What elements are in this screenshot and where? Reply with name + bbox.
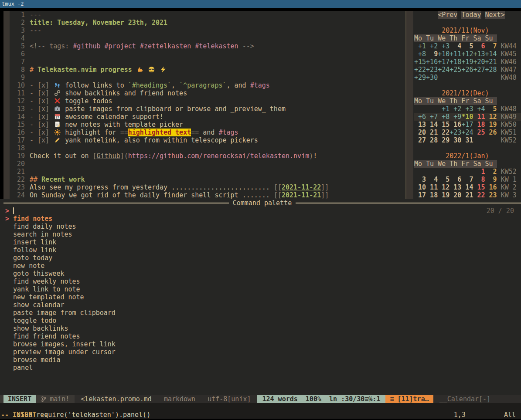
calendar-day[interactable]: *10 bbox=[461, 113, 473, 121]
command-line[interactable]: :lua require('telekasten').panel() bbox=[0, 403, 521, 411]
editor-line[interactable]: 6 bbox=[10, 50, 405, 58]
calendar-day[interactable]: 16 bbox=[485, 183, 497, 191]
palette-item[interactable]: browse images, insert link bbox=[0, 340, 521, 348]
editor-line[interactable]: 11- [x] show backlinks and friend notes bbox=[10, 89, 405, 97]
calendar-day[interactable]: 6 bbox=[449, 176, 461, 183]
editor-line[interactable]: 4 bbox=[10, 34, 405, 42]
calendar-day[interactable]: 26 bbox=[485, 129, 497, 136]
editor-line[interactable]: 3--- bbox=[10, 27, 405, 34]
calendar-day[interactable]: 21 bbox=[426, 129, 438, 136]
calendar-day[interactable]: +20 bbox=[473, 58, 485, 66]
editor-line[interactable]: 22## Recent work bbox=[10, 176, 405, 183]
calendar-day[interactable]: 10 bbox=[414, 183, 426, 191]
calendar-day[interactable]: 25 bbox=[473, 129, 485, 136]
palette-item[interactable]: toggle todo bbox=[0, 317, 521, 325]
calendar-day[interactable]: 15 bbox=[438, 121, 449, 129]
palette-item[interactable]: new templated note bbox=[0, 293, 521, 301]
palette-item[interactable]: preview image under cursor bbox=[0, 348, 521, 356]
calendar-day[interactable]: +13 bbox=[473, 50, 485, 58]
calendar-day[interactable]: 27 bbox=[414, 136, 426, 144]
calendar-day[interactable]: +8 bbox=[414, 50, 426, 58]
calendar-day[interactable]: 1 bbox=[473, 168, 485, 176]
palette-prompt[interactable]: > 20 / 20 bbox=[0, 207, 521, 215]
calendar-day[interactable]: +4 bbox=[473, 105, 485, 113]
calendar-day[interactable]: +12 bbox=[461, 50, 473, 58]
editor-line[interactable]: 17- [x] yank notelink, also from within … bbox=[10, 136, 405, 144]
calendar-day[interactable]: 30 bbox=[449, 136, 461, 144]
calendar-day[interactable]: 23 bbox=[485, 191, 497, 199]
calendar-day[interactable]: 7 bbox=[461, 176, 473, 183]
editor-line[interactable]: 14- [x] 17 awesome calendar support! bbox=[10, 113, 405, 121]
calendar-day[interactable]: 18 bbox=[426, 191, 438, 199]
calendar-day[interactable]: +9 bbox=[449, 113, 461, 121]
calendar-day[interactable]: 5 bbox=[438, 176, 449, 183]
calendar-day[interactable]: 13 bbox=[449, 183, 461, 191]
calendar-day[interactable]: 12 bbox=[485, 113, 497, 121]
palette-item[interactable]: find weekly notes bbox=[0, 278, 521, 285]
calendar-day[interactable]: 28 bbox=[426, 136, 438, 144]
calendar-day[interactable]: 5 bbox=[461, 42, 473, 50]
editor-line[interactable]: 24On Sunday we got rid of the daily find… bbox=[10, 191, 405, 199]
calendar-day[interactable]: +2 bbox=[426, 42, 438, 50]
calendar-day[interactable]: 3 bbox=[414, 176, 426, 183]
editor-line[interactable]: 23Also see my progress from yesterday ..… bbox=[10, 183, 405, 191]
editor-line[interactable]: 12- [x] toggle todos bbox=[10, 97, 405, 105]
calendar-day[interactable]: +15 bbox=[414, 58, 426, 66]
calendar-nav-next-button[interactable]: Next> bbox=[485, 11, 505, 19]
calendar-day[interactable]: 18 bbox=[473, 121, 485, 129]
calendar-day[interactable]: +27 bbox=[473, 66, 485, 74]
palette-item[interactable]: find friend notes bbox=[0, 332, 521, 340]
calendar-day[interactable]: 16 bbox=[449, 121, 461, 129]
calendar-day[interactable]: 20 bbox=[449, 191, 461, 199]
calendar-day[interactable]: 4 bbox=[426, 176, 438, 183]
calendar-day[interactable]: 6 bbox=[473, 42, 485, 50]
calendar-day[interactable]: 31 bbox=[461, 136, 473, 144]
calendar-day[interactable]: 19 bbox=[438, 191, 449, 199]
calendar-day[interactable]: 4 bbox=[449, 42, 461, 50]
editor-line[interactable]: 1--- bbox=[10, 11, 405, 19]
editor-pane[interactable]: 1---2title: Tuesday, November 23th, 2021… bbox=[3, 11, 405, 199]
calendar-day[interactable]: +16 bbox=[426, 58, 438, 66]
palette-item[interactable]: show calendar bbox=[0, 301, 521, 309]
calendar-day[interactable]: 22 bbox=[473, 191, 485, 199]
calendar-day[interactable]: +14 bbox=[485, 50, 497, 58]
calendar-day[interactable]: +1 bbox=[414, 42, 426, 50]
calendar-day[interactable]: 11 bbox=[473, 113, 485, 121]
editor-line[interactable]: 8# Telekasten.nvim progress bbox=[10, 66, 405, 74]
editor-line[interactable]: 9 bbox=[10, 74, 405, 81]
calendar-day[interactable]: +3 bbox=[438, 42, 449, 50]
editor-line[interactable]: 13- [x] paste images from clipboard or b… bbox=[10, 105, 405, 113]
calendar-day[interactable]: 15 bbox=[473, 183, 485, 191]
palette-item[interactable]: follow link bbox=[0, 246, 521, 254]
calendar-day[interactable]: +25 bbox=[449, 66, 461, 74]
calendar-day[interactable]: +23 bbox=[426, 66, 438, 74]
calendar-day[interactable]: 11 bbox=[426, 183, 438, 191]
editor-line[interactable]: 7 bbox=[10, 58, 405, 66]
calendar-day[interactable]: +23 bbox=[449, 129, 461, 136]
calendar-day[interactable]: 20 bbox=[414, 129, 426, 136]
palette-item[interactable]: search in notes bbox=[0, 230, 521, 238]
calendar-day[interactable]: 13 bbox=[414, 121, 426, 129]
calendar-day[interactable]: 22 bbox=[438, 129, 449, 136]
calendar-day[interactable]: +1 bbox=[438, 105, 449, 113]
calendar-day[interactable]: +8 bbox=[438, 113, 449, 121]
calendar-day[interactable]: +18 bbox=[449, 58, 461, 66]
editor-line[interactable]: 2title: Tuesday, November 23th, 2021 bbox=[10, 19, 405, 27]
calendar-day[interactable]: 9 bbox=[485, 176, 497, 183]
calendar-nav-prev-button[interactable]: <Prev bbox=[438, 11, 457, 19]
calendar-day[interactable]: +17 bbox=[438, 58, 449, 66]
calendar-day[interactable]: +30 bbox=[426, 74, 438, 81]
palette-item[interactable]: find daily notes bbox=[0, 223, 521, 230]
editor-line[interactable]: 16- [x] highlight for ==highlighted text… bbox=[10, 129, 405, 136]
palette-item[interactable]: insert link bbox=[0, 238, 521, 246]
calendar-day[interactable]: +26 bbox=[461, 66, 473, 74]
calendar-day[interactable]: +19 bbox=[461, 58, 473, 66]
palette-item[interactable]: show backlinks bbox=[0, 325, 521, 332]
palette-item[interactable]: goto thisweek bbox=[0, 270, 521, 278]
palette-item-selected[interactable]: > find notes bbox=[0, 215, 521, 223]
calendar-day[interactable]: +3 bbox=[461, 105, 473, 113]
editor-line[interactable]: 10- [x] follow links to `#headings`, `^p… bbox=[10, 81, 405, 89]
editor-line[interactable]: 18 bbox=[10, 144, 405, 152]
calendar-day[interactable]: 19 bbox=[485, 121, 497, 129]
calendar-day[interactable]: +10 bbox=[438, 50, 449, 58]
